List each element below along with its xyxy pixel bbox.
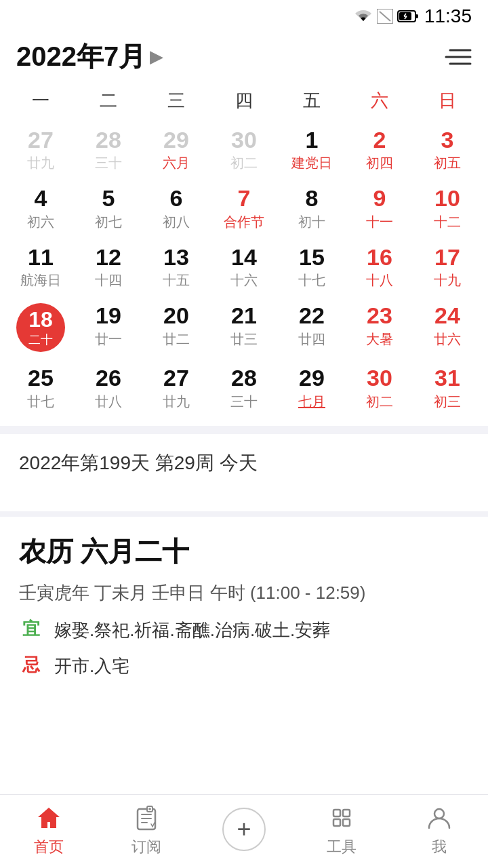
weekday-wed: 三 (142, 83, 210, 118)
day-cell[interactable]: 17 十九 (413, 238, 481, 296)
profile-icon (423, 802, 455, 834)
day-cell[interactable]: 7 合作节 (210, 179, 278, 237)
svg-rect-3 (415, 14, 418, 18)
ji-row: 忌 开市.入宅 (19, 653, 469, 679)
svg-rect-17 (333, 819, 340, 826)
signal-icon (377, 9, 393, 24)
svg-rect-18 (343, 819, 350, 826)
day-cell[interactable]: 28 三十 (210, 359, 278, 417)
svg-line-1 (380, 12, 390, 21)
header: 2022年7月 ▶ (0, 30, 488, 83)
bottom-nav: 首页 订阅 + 工具 (0, 794, 488, 868)
day-cell[interactable]: 19 廿一 (75, 296, 142, 359)
weekday-tue: 二 (75, 83, 142, 118)
day-cell[interactable]: 28 三十 (75, 121, 142, 179)
svg-point-19 (434, 809, 444, 818)
day-cell[interactable]: 31 初三 (413, 359, 481, 417)
svg-rect-16 (343, 810, 350, 816)
nav-subscribe[interactable]: 订阅 (113, 802, 180, 857)
weekday-headers: 一 二 三 四 五 六 日 (7, 83, 481, 118)
section-separator-2 (0, 511, 488, 517)
lunar-desc: 壬寅虎年 丁未月 壬申日 午时 (11:00 - 12:59) (19, 581, 469, 605)
day-cell[interactable]: 29 七月 (278, 359, 346, 417)
nav-subscribe-label: 订阅 (131, 837, 161, 857)
add-button-icon[interactable]: + (222, 808, 266, 851)
expand-arrow-icon[interactable]: ▶ (150, 47, 162, 66)
lunar-title: 农历 六月二十 (19, 533, 469, 570)
month-year-label: 2022年7月 (16, 38, 146, 75)
nav-tools-label: 工具 (327, 837, 357, 857)
day-cell[interactable]: 13 十五 (142, 238, 210, 296)
battery-icon (397, 9, 419, 23)
day-cell[interactable]: 27 廿九 (7, 121, 75, 179)
ji-text: 开市.入宅 (54, 653, 129, 679)
day-cell[interactable]: 27 廿九 (142, 359, 210, 417)
calendar: 一 二 三 四 五 六 日 27 廿九 28 三十 29 六月 30 初二 1 … (0, 83, 488, 418)
day-cell[interactable]: 23 大暑 (346, 296, 413, 359)
lunar-section: 农历 六月二十 壬寅虎年 丁未月 壬申日 午时 (11:00 - 12:59) … (0, 517, 488, 703)
status-icons (354, 9, 419, 24)
day-cell[interactable]: 9 十一 (346, 179, 413, 237)
day-cell[interactable]: 3 初五 (413, 121, 481, 179)
weekday-thu: 四 (210, 83, 278, 118)
svg-rect-15 (333, 810, 340, 816)
ji-label: 忌 (19, 653, 43, 677)
day-cell[interactable]: 26 廿八 (75, 359, 142, 417)
day-cell[interactable]: 8 初十 (278, 179, 346, 237)
tools-icon (325, 802, 358, 834)
home-icon (33, 802, 65, 834)
weekday-mon: 一 (7, 83, 75, 118)
nav-tools[interactable]: 工具 (308, 802, 375, 857)
weekday-fri: 五 (278, 83, 346, 118)
week-4: 18 二十 19 廿一 20 廿二 21 廿三 22 廿四 23 大暑 24 廿… (7, 296, 481, 359)
day-cell[interactable]: 1 建党日 (278, 121, 346, 179)
day-cell[interactable]: 5 初七 (75, 179, 142, 237)
day-cell[interactable]: 16 十八 (346, 238, 413, 296)
week-2: 4 初六 5 初七 6 初八 7 合作节 8 初十 9 十一 10 十二 (7, 179, 481, 237)
day-cell[interactable]: 12 十四 (75, 238, 142, 296)
yi-text: 嫁娶.祭祀.祈福.斋醮.治病.破土.安葬 (54, 617, 330, 644)
day-cell[interactable]: 25 廿七 (7, 359, 75, 417)
section-separator (0, 426, 488, 434)
weekday-sun: 日 (413, 83, 481, 118)
day-cell[interactable]: 24 廿六 (413, 296, 481, 359)
subscribe-icon (130, 802, 163, 834)
info-section: 2022年第199天 第29周 今天 (0, 434, 488, 503)
status-time: 11:35 (424, 5, 472, 27)
day-18-today[interactable]: 18 二十 (7, 296, 75, 359)
week-5: 25 廿七 26 廿八 27 廿九 28 三十 29 七月 30 初二 31 初… (7, 359, 481, 417)
status-bar: 11:35 (0, 0, 488, 30)
day-cell[interactable]: 10 十二 (413, 179, 481, 237)
yi-row: 宜 嫁娶.祭祀.祈福.斋醮.治病.破土.安葬 (19, 617, 469, 644)
nav-home-label: 首页 (34, 837, 64, 857)
day-cell[interactable]: 20 廿二 (142, 296, 210, 359)
day-cell[interactable]: 14 十六 (210, 238, 278, 296)
menu-button[interactable] (445, 47, 472, 67)
wifi-icon (354, 9, 373, 24)
day-cell[interactable]: 30 初二 (346, 359, 413, 417)
day-cell[interactable]: 4 初六 (7, 179, 75, 237)
nav-add[interactable]: + (210, 808, 278, 851)
day-cell[interactable]: 2 初四 (346, 121, 413, 179)
week-3: 11 航海日 12 十四 13 十五 14 十六 15 十七 16 十八 17 … (7, 238, 481, 296)
day-cell[interactable]: 6 初八 (142, 179, 210, 237)
weekday-sat: 六 (346, 83, 413, 118)
day-cell[interactable]: 21 廿三 (210, 296, 278, 359)
day-cell[interactable]: 30 初二 (210, 121, 278, 179)
nav-profile[interactable]: 我 (405, 802, 473, 857)
week-1: 27 廿九 28 三十 29 六月 30 初二 1 建党日 2 初四 3 初五 (7, 121, 481, 179)
day-cell[interactable]: 11 航海日 (7, 238, 75, 296)
day-description: 2022年第199天 第29周 今天 (19, 450, 469, 476)
day-cell[interactable]: 29 六月 (142, 121, 210, 179)
header-title: 2022年7月 ▶ (16, 38, 162, 75)
nav-profile-label: 我 (432, 837, 447, 857)
day-cell[interactable]: 15 十七 (278, 238, 346, 296)
nav-home[interactable]: 首页 (15, 802, 83, 857)
day-cell[interactable]: 22 廿四 (278, 296, 346, 359)
yi-label: 宜 (19, 617, 43, 641)
